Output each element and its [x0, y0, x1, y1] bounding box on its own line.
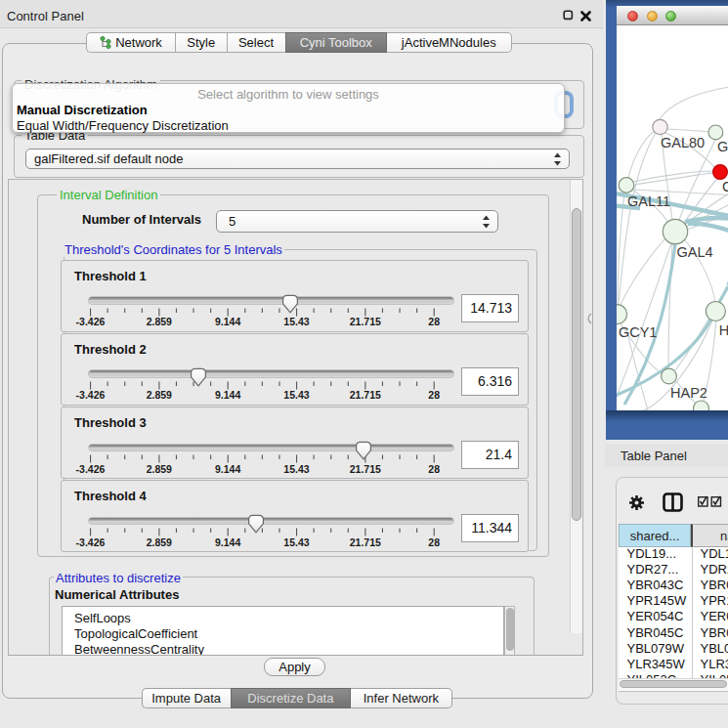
svg-text:H: H [719, 322, 728, 338]
svg-text:C: C [722, 179, 728, 194]
svg-text:GAL11: GAL11 [627, 193, 670, 209]
svg-text:HAP2: HAP2 [670, 385, 707, 401]
svg-text:GA: GA [717, 139, 728, 154]
svg-text:GAL80: GAL80 [661, 135, 705, 150]
svg-text:GCY1: GCY1 [619, 324, 658, 340]
svg-text:GAL4: GAL4 [677, 244, 713, 260]
